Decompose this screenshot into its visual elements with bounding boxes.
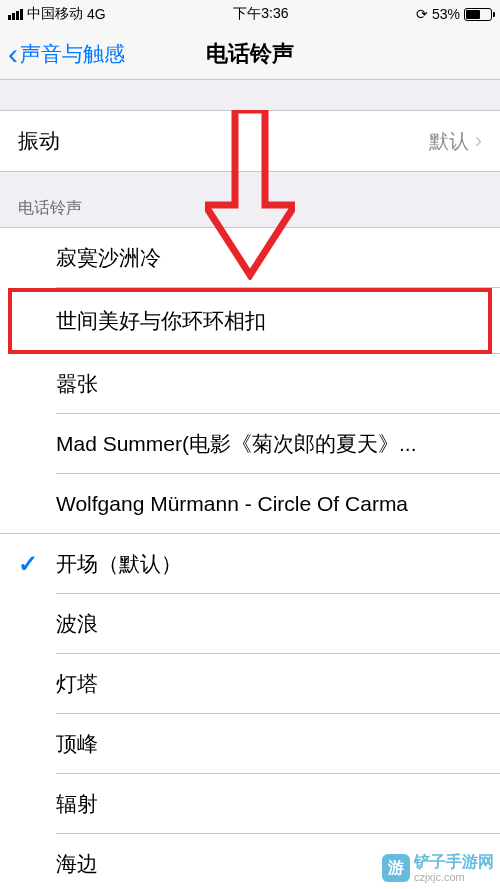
ringtone-label: Mad Summer(电影《菊次郎的夏天》...	[56, 430, 417, 458]
watermark: 游 铲子手游网 czjxjc.com	[382, 853, 494, 883]
ringtone-row[interactable]: Wolfgang Mürmann - Circle Of Carma	[0, 474, 500, 534]
watermark-logo-icon: 游	[382, 854, 410, 882]
battery-pct: 53%	[432, 6, 460, 22]
status-bar: 中国移动 4G 下午3:36 ⟳ 53%	[0, 0, 500, 28]
vibration-value: 默认	[429, 128, 469, 155]
ringtone-label: 顶峰	[56, 730, 98, 758]
nav-bar: ‹ 声音与触感 电话铃声	[0, 28, 500, 80]
ringtone-label: 辐射	[56, 790, 98, 818]
ringtone-row[interactable]: 灯塔	[0, 654, 500, 714]
back-button[interactable]: ‹ 声音与触感	[0, 39, 125, 69]
ringtone-label: 波浪	[56, 610, 98, 638]
ringtone-label: 开场（默认）	[56, 550, 182, 578]
ringtone-row[interactable]: 顶峰	[0, 714, 500, 774]
ringtone-label: 世间美好与你环环相扣	[56, 307, 266, 335]
ringtone-label: 灯塔	[56, 670, 98, 698]
ringtone-row[interactable]: 辐射	[0, 774, 500, 834]
orientation-lock-icon: ⟳	[416, 6, 428, 22]
back-label: 声音与触感	[20, 40, 125, 68]
status-time: 下午3:36	[233, 5, 288, 23]
chevron-right-icon: ›	[475, 128, 482, 154]
chevron-left-icon: ‹	[8, 39, 18, 69]
carrier-label: 中国移动	[27, 5, 83, 23]
ringtone-label: 嚣张	[56, 370, 98, 398]
battery-icon	[464, 8, 492, 21]
ringtone-label: 寂寞沙洲冷	[56, 244, 161, 272]
annotation-arrow-icon	[205, 110, 295, 284]
checkmark-icon: ✓	[18, 550, 38, 578]
ringtone-label: 海边	[56, 850, 98, 878]
signal-icon	[8, 9, 23, 20]
ringtone-row-highlighted[interactable]: 世间美好与你环环相扣	[0, 288, 500, 354]
watermark-url: czjxjc.com	[414, 871, 494, 883]
ringtone-row-default[interactable]: ✓ 开场（默认）	[0, 534, 500, 594]
ringtone-row[interactable]: Mad Summer(电影《菊次郎的夏天》...	[0, 414, 500, 474]
ringtone-row[interactable]: 波浪	[0, 594, 500, 654]
ringtone-row[interactable]: 嚣张	[0, 354, 500, 414]
network-label: 4G	[87, 6, 106, 22]
watermark-title: 铲子手游网	[414, 853, 494, 871]
vibration-label: 振动	[18, 127, 60, 155]
ringtone-label: Wolfgang Mürmann - Circle Of Carma	[56, 492, 408, 516]
